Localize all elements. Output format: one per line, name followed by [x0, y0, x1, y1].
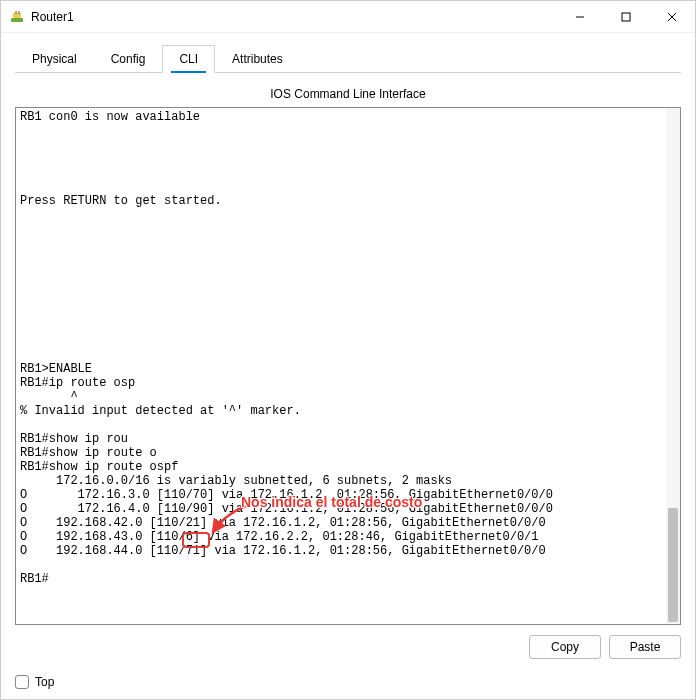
maximize-button[interactable] — [603, 1, 649, 32]
terminal-output[interactable]: RB1 con0 is now available Press RETURN t… — [16, 108, 680, 624]
tabs-bar: Physical Config CLI Attributes — [1, 33, 695, 73]
tab-cli[interactable]: CLI — [162, 45, 215, 73]
cli-header: IOS Command Line Interface — [15, 81, 681, 107]
terminal-scrollbar[interactable] — [666, 108, 680, 624]
svg-rect-0 — [11, 18, 23, 22]
close-button[interactable] — [649, 1, 695, 32]
tab-attributes[interactable]: Attributes — [215, 45, 300, 73]
scroll-thumb[interactable] — [668, 508, 678, 622]
terminal-container: RB1 con0 is now available Press RETURN t… — [15, 107, 681, 625]
top-checkbox[interactable] — [15, 675, 29, 689]
svg-rect-5 — [622, 13, 630, 21]
top-checkbox-label: Top — [35, 675, 54, 689]
tab-physical[interactable]: Physical — [15, 45, 94, 73]
svg-rect-1 — [13, 13, 21, 18]
bottom-bar: Top — [1, 669, 695, 699]
app-window: Router1 Physical Config CLI Attributes I… — [0, 0, 696, 700]
tab-config[interactable]: Config — [94, 45, 163, 73]
window-title: Router1 — [31, 10, 557, 24]
paste-button[interactable]: Paste — [609, 635, 681, 659]
minimize-button[interactable] — [557, 1, 603, 32]
cli-panel: IOS Command Line Interface RB1 con0 is n… — [1, 73, 695, 669]
titlebar: Router1 — [1, 1, 695, 33]
button-row: Copy Paste — [15, 625, 681, 659]
router-icon — [9, 9, 25, 25]
copy-button[interactable]: Copy — [529, 635, 601, 659]
window-controls — [557, 1, 695, 32]
